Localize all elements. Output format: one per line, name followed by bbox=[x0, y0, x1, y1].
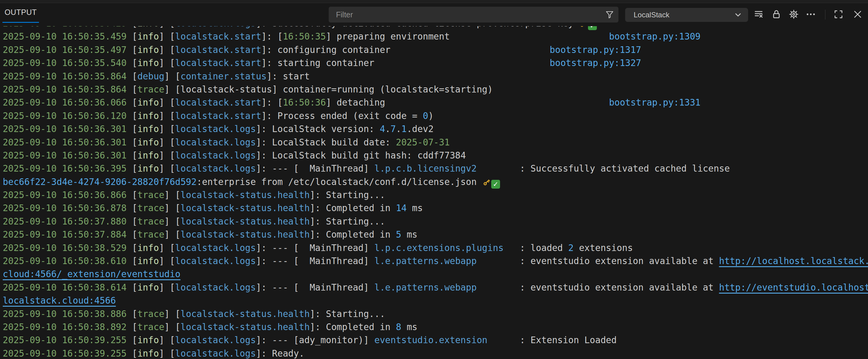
log-text: ] [ bbox=[159, 243, 175, 253]
log-text: trace bbox=[137, 84, 164, 95]
log-line: 2025-09-10 16:50:37.880 [trace] [localst… bbox=[3, 215, 868, 228]
log-text: ] [ bbox=[159, 348, 175, 359]
channel-select[interactable]: LocalStack bbox=[625, 8, 748, 22]
settings-gear-icon[interactable] bbox=[788, 9, 799, 20]
log-text: ]: Starting... bbox=[310, 190, 385, 200]
log-text: eventstudio.extension bbox=[374, 335, 488, 345]
log-text: localstack-status.health bbox=[181, 216, 310, 227]
log-text: localstack-status.health bbox=[181, 309, 310, 319]
log-text: [ bbox=[132, 124, 137, 134]
log-timestamp: 2025-09-10 16:50:35.429 bbox=[3, 26, 132, 29]
log-text: container.status bbox=[181, 71, 267, 81]
log-text: localstack.logs bbox=[175, 163, 256, 174]
log-text: 5 bbox=[396, 229, 401, 240]
log-text: ] [localstack-status] container=running … bbox=[164, 84, 493, 95]
log-timestamp: 2025-09-10 16:50:35.864 bbox=[3, 71, 132, 81]
log-line: 2025-09-10 16:50:36.301 [info] [localsta… bbox=[3, 123, 868, 136]
log-text: ] [ bbox=[164, 216, 181, 227]
log-timestamp: 2025-09-10 16:50:35.864 bbox=[3, 84, 132, 95]
file-link[interactable]: bootstrap.py:1309 bbox=[609, 30, 701, 43]
file-link[interactable]: bootstrap.py:1327 bbox=[550, 57, 641, 70]
log-text: ms bbox=[401, 322, 417, 332]
log-text: ] [ bbox=[159, 45, 175, 55]
tab-output[interactable]: OUTPUT bbox=[5, 8, 37, 17]
log-text: ] [ bbox=[159, 26, 175, 29]
clear-output-icon[interactable] bbox=[754, 9, 764, 20]
log-text: extensions bbox=[574, 243, 633, 253]
log-text: ] [ bbox=[159, 335, 175, 345]
log-text: ] [ bbox=[164, 309, 181, 319]
log-timestamp: 2025-09-10 16:50:35.540 bbox=[3, 58, 132, 68]
log-text: info bbox=[137, 26, 159, 29]
check-emoji: ✓ bbox=[588, 26, 597, 30]
log-text: [ bbox=[132, 348, 137, 359]
log-text: ] [ bbox=[164, 203, 181, 213]
log-text: trace bbox=[137, 229, 164, 240]
log-text: ]: LocalStack version: bbox=[256, 124, 380, 134]
close-panel-icon[interactable] bbox=[852, 9, 863, 20]
url-link[interactable]: cloud:4566/_extension/eventstudio bbox=[3, 269, 181, 279]
log-text: [ bbox=[132, 84, 137, 95]
log-timestamp: 2025-09-10 16:50:35.497 bbox=[3, 45, 132, 55]
log-text: ] [ bbox=[159, 97, 175, 108]
log-text: ] [ bbox=[159, 58, 175, 68]
log-line: 2025-09-10 16:50:36.120 [info] [localsta… bbox=[3, 109, 868, 123]
log-text: :enterprise from /etc/localstack/conf.d/… bbox=[196, 177, 482, 187]
log-text: localstack-status.health bbox=[181, 203, 310, 213]
log-text: ]: LocalStack build git hash: cddf77384 bbox=[256, 150, 466, 161]
filter-input[interactable] bbox=[329, 10, 605, 19]
log-text: 16:50:36 bbox=[283, 97, 326, 108]
log-line: 2025-09-10 16:50:37.884 [trace] [localst… bbox=[3, 228, 868, 241]
log-text: localstack.logs bbox=[175, 137, 256, 148]
log-text: ] [ bbox=[164, 71, 181, 81]
log-timestamp: 2025-09-10 16:50:36.066 bbox=[3, 97, 132, 108]
maximize-panel-icon[interactable] bbox=[833, 9, 844, 20]
log-text: ms bbox=[401, 229, 417, 240]
log-text: ]: --- [ MainThread] bbox=[256, 282, 374, 293]
log-text: localstack.start bbox=[175, 31, 261, 42]
channel-selected-label: LocalStack bbox=[625, 11, 734, 19]
log-line: 2025-09-10 16:50:39.255 [info] [localsta… bbox=[3, 347, 868, 359]
filter-icon[interactable] bbox=[605, 10, 614, 19]
log-text: localstack.start bbox=[175, 111, 261, 121]
log-line: 2025-09-10 16:50:36.866 [trace] [localst… bbox=[3, 189, 868, 202]
log-line: 2025-09-10 16:50:36.395 [info] [localsta… bbox=[3, 162, 868, 175]
log-text: [ bbox=[132, 58, 137, 68]
log-text: [ bbox=[132, 190, 137, 200]
log-text: ]: Completed in bbox=[310, 203, 396, 213]
log-text: [ bbox=[132, 229, 137, 240]
log-text: : Extension Loaded bbox=[488, 335, 617, 345]
log-text: info bbox=[137, 163, 159, 174]
log-text: [ bbox=[132, 322, 137, 332]
log-text: localstack.logs bbox=[175, 335, 256, 345]
log-line: 2025-09-10 16:50:35.864 [debug] [contain… bbox=[3, 70, 868, 83]
log-text: ]: configuring container bbox=[261, 45, 391, 55]
url-link[interactable]: http://localhost.localstack. bbox=[719, 256, 868, 266]
url-link[interactable]: http://eventstudio.localhost. bbox=[719, 282, 868, 293]
lock-icon[interactable] bbox=[771, 9, 781, 20]
log-line: localstack.cloud:4566 bbox=[3, 294, 868, 307]
log-text: ]: Completed in bbox=[310, 322, 396, 332]
log-text: [ bbox=[132, 243, 137, 253]
log-line: 2025-09-10 16:50:36.878 [trace] [localst… bbox=[3, 202, 868, 215]
panel-top-border bbox=[0, 0, 868, 3]
file-link[interactable]: bootstrap.py:1331 bbox=[609, 96, 701, 109]
log-text: : Successfully activated cached license bbox=[476, 163, 730, 174]
log-timestamp: 2025-09-10 16:50:38.614 bbox=[3, 282, 132, 293]
log-text: ] [ bbox=[159, 137, 175, 148]
log-viewport[interactable]: 2025-09-10 16:50:35.429 [info] [localsta… bbox=[0, 26, 868, 359]
log-text: localstack.logs bbox=[175, 256, 256, 266]
log-text: debug bbox=[137, 71, 164, 81]
log-text: 2025-07-31 bbox=[396, 137, 450, 148]
log-text: ] [ bbox=[164, 229, 181, 240]
log-text: [ bbox=[132, 137, 137, 148]
url-link[interactable]: localstack.cloud:4566 bbox=[3, 295, 116, 306]
more-actions-icon[interactable] bbox=[806, 9, 816, 20]
log-text: [ bbox=[132, 31, 137, 42]
log-text: ms bbox=[407, 203, 423, 213]
log-text: ) bbox=[428, 111, 434, 121]
log-line: 2025-09-10 16:50:35.540 [info] [localsta… bbox=[3, 57, 868, 70]
log-text: 16:50:35 bbox=[283, 31, 326, 42]
file-link[interactable]: bootstrap.py:1317 bbox=[550, 43, 641, 57]
chevron-down-icon bbox=[734, 10, 743, 20]
